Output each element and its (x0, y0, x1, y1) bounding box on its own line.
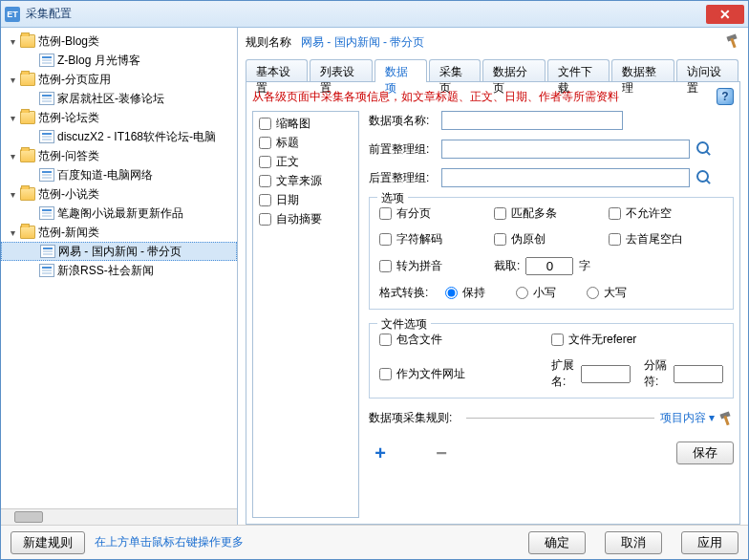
truncate-input[interactable] (525, 257, 573, 275)
apply-button[interactable]: 应用 (681, 531, 738, 554)
titlebar: ET 采集配置 ✕ (1, 1, 748, 28)
tree-item[interactable]: 网易 - 国内新闻 - 带分页 (1, 242, 237, 261)
ok-button[interactable]: 确定 (528, 531, 586, 554)
opt-no-empty[interactable]: 不允许空 (609, 205, 723, 222)
rule-name-label: 规则名称 (246, 34, 291, 51)
tree-label: 家居就社区-装修论坛 (57, 91, 164, 107)
window-title: 采集配置 (26, 6, 706, 22)
footer-hint[interactable]: 在上方单击鼠标右键操作更多 (95, 534, 244, 550)
collect-rule-link[interactable]: 项目内容 ▾ (660, 410, 715, 426)
radio-lower[interactable]: 小写 (516, 285, 556, 301)
tree-item[interactable]: Z-Blog 月光博客 (1, 51, 237, 70)
truncate-label: 截取: (494, 258, 520, 274)
tree-folder[interactable]: ▾范例-新闻类 (1, 223, 237, 242)
tab-4[interactable]: 数据分页 (482, 59, 545, 81)
add-button[interactable]: + (369, 442, 392, 464)
data-item-checkbox[interactable]: 标题 (259, 135, 353, 151)
opt-no-referer[interactable]: 文件无referer (551, 332, 723, 348)
tab-content: 从各级页面中采集各项信息，如文章标题、正文、日期、作者等所需资料 ? 缩略图标题… (246, 82, 740, 525)
format-label: 格式转换: (379, 285, 428, 301)
tab-3[interactable]: 采集页 (429, 59, 482, 81)
format-row: 格式转换: 保持 小写 大写 (379, 285, 723, 301)
data-item-checkbox[interactable]: 正文 (259, 154, 353, 170)
opt-as-file-url[interactable]: 作为文件网址 (379, 357, 551, 390)
tree-label: 范例-论坛类 (38, 110, 99, 126)
tree-item[interactable]: discuzX2 - IT168软件论坛-电脑 (1, 127, 237, 146)
tree-folder[interactable]: ▾范例-小说类 (1, 184, 237, 204)
tree-label: Z-Blog 月光博客 (57, 53, 140, 69)
tab-1[interactable]: 列表设置 (310, 59, 372, 81)
tree-label: 范例-小说类 (38, 186, 99, 203)
tab-7[interactable]: 访问设置 (676, 59, 738, 81)
folder-icon (20, 73, 35, 86)
file-icon (39, 264, 54, 277)
expander-icon[interactable]: ▾ (7, 188, 18, 200)
truncate-row: 截取: 字 (494, 257, 723, 275)
tree-folder[interactable]: ▾范例-论坛类 (1, 108, 237, 127)
data-item-list[interactable]: 缩略图标题正文文章来源日期自动摘要 (252, 111, 359, 518)
tree-label: 范例-新闻类 (38, 225, 99, 241)
remove-button[interactable]: − (430, 442, 453, 464)
sep-input[interactable] (674, 365, 723, 383)
tree-label: 百度知道-电脑网络 (57, 167, 153, 183)
file-options-group: 文件选项 包含文件 文件无referer 作为文件网址 扩展名: 分隔符: (369, 323, 734, 398)
tree-item[interactable]: 新浪RSS-社会新闻 (1, 261, 237, 280)
tree-item[interactable]: 家居就社区-装修论坛 (1, 89, 237, 108)
opt-match-multi[interactable]: 匹配多条 (494, 205, 609, 222)
tree-label: 笔趣阁小说最新更新作品 (57, 205, 183, 222)
save-button[interactable]: 保存 (676, 442, 734, 464)
expander-icon[interactable]: ▾ (7, 74, 18, 85)
opt-to-pinyin[interactable]: 转为拼音 (379, 257, 494, 275)
pre-group-browse-icon[interactable] (696, 140, 713, 158)
truncate-unit: 字 (579, 258, 590, 274)
tab-2[interactable]: 数据项 (374, 59, 427, 82)
tab-6[interactable]: 数据整理 (611, 59, 674, 81)
item-name-input[interactable] (441, 111, 623, 130)
options-legend: 选项 (377, 190, 408, 206)
cancel-button[interactable]: 取消 (605, 531, 662, 554)
tab-description: 从各级页面中采集各项信息，如文章标题、正文、日期、作者等所需资料 (252, 89, 717, 105)
tree-folder[interactable]: ▾范例-问答类 (1, 146, 237, 165)
radio-upper[interactable]: 大写 (587, 285, 627, 301)
expander-icon[interactable]: ▾ (7, 112, 18, 123)
opt-include-file[interactable]: 包含文件 (379, 332, 551, 348)
opt-char-decode[interactable]: 字符解码 (379, 231, 494, 248)
collect-rule-edit-icon[interactable] (718, 411, 734, 426)
opt-has-paging[interactable]: 有分页 (379, 205, 494, 222)
expander-icon[interactable]: ▾ (7, 35, 18, 47)
data-item-checkbox[interactable]: 缩略图 (259, 116, 353, 132)
data-item-form: 数据项名称: 前置整理组: 后置整理组: 选项 (359, 111, 734, 518)
tree-folder[interactable]: ▾范例-Blog类 (1, 32, 237, 51)
scrollbar-thumb[interactable] (14, 511, 43, 523)
rule-name-row: 规则名称 网易 - 国内新闻 - 带分页 (246, 33, 740, 52)
tab-5[interactable]: 文件下载 (547, 59, 610, 81)
help-icon[interactable]: ? (717, 88, 734, 105)
file-icon (39, 168, 54, 182)
post-group-select[interactable] (441, 168, 690, 187)
close-button[interactable]: ✕ (706, 5, 744, 24)
rule-tree[interactable]: ▾范例-Blog类Z-Blog 月光博客▾范例-分页应用家居就社区-装修论坛▾范… (1, 28, 237, 508)
data-item-checkbox[interactable]: 自动摘要 (259, 211, 353, 227)
file-icon (39, 54, 54, 67)
folder-icon (20, 187, 35, 201)
folder-icon (20, 34, 35, 48)
radio-keep[interactable]: 保持 (445, 285, 485, 301)
data-item-checkbox[interactable]: 文章来源 (259, 173, 353, 189)
expander-icon[interactable]: ▾ (7, 226, 18, 238)
tab-0[interactable]: 基本设置 (246, 59, 308, 81)
item-name-label: 数据项名称: (369, 113, 441, 129)
new-rule-button[interactable]: 新建规则 (11, 531, 85, 554)
post-group-browse-icon[interactable] (696, 169, 713, 186)
opt-fake-orig[interactable]: 伪原创 (494, 231, 609, 248)
pre-group-select[interactable] (441, 140, 690, 159)
tree-folder[interactable]: ▾范例-分页应用 (1, 70, 237, 89)
opt-trim-blank[interactable]: 去首尾空白 (609, 231, 723, 248)
ext-input[interactable] (581, 365, 631, 383)
data-item-checkbox[interactable]: 日期 (259, 192, 353, 208)
expander-icon[interactable]: ▾ (7, 150, 18, 162)
tree-h-scrollbar[interactable] (1, 508, 237, 525)
edit-rule-icon[interactable] (725, 33, 740, 52)
tree-item[interactable]: 百度知道-电脑网络 (1, 165, 237, 184)
ext-sep-row: 扩展名: 分隔符: (551, 357, 723, 390)
tree-item[interactable]: 笔趣阁小说最新更新作品 (1, 204, 237, 223)
